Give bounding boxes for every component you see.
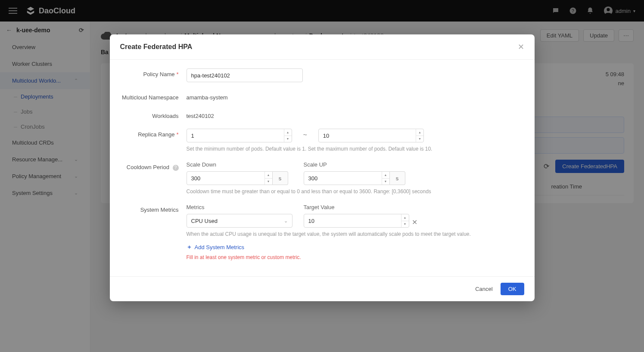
label-policy-name: Policy Name	[143, 71, 174, 77]
namespace-value: amamba-system	[187, 92, 523, 101]
helper-cooldown: Cooldown time must be greater than or eq…	[187, 188, 523, 195]
replica-min-spinner[interactable]: ▲▼	[284, 129, 292, 142]
label-system-metrics: System Metrics	[140, 207, 179, 213]
replica-max-input[interactable]	[318, 129, 424, 142]
helper-replica: Set the minimum number of pods. Default …	[187, 146, 523, 152]
target-value-spinner[interactable]: ▲▼	[401, 214, 409, 227]
range-tilde: ~	[301, 129, 310, 139]
sublabel-metrics: Metrics	[187, 204, 292, 210]
label-cooldown: Cooldown Period	[127, 164, 169, 170]
workloads-value: test240102	[187, 110, 523, 119]
sublabel-target-value: Target Value	[304, 204, 417, 210]
scale-down-spinner[interactable]: ▲▼	[264, 172, 272, 185]
plus-icon: ＋	[187, 243, 192, 251]
policy-name-input[interactable]	[187, 68, 303, 82]
modal-title: Create Federated HPA	[120, 43, 193, 51]
replica-min-input[interactable]	[187, 129, 292, 142]
close-icon[interactable]: ✕	[518, 42, 524, 52]
helper-metrics: When the actual CPU usage is unequal to …	[187, 231, 523, 237]
remove-metric-icon[interactable]: ✕	[412, 216, 417, 226]
scale-up-spinner[interactable]: ▲▼	[382, 172, 389, 185]
ok-button[interactable]: OK	[501, 283, 524, 295]
unit-seconds: s	[273, 171, 288, 185]
modal-overlay: Create Federated HPA ✕ Policy Name* Mult…	[0, 0, 644, 352]
label-namespace: Multicloud Namespace	[122, 94, 179, 101]
replica-max-spinner[interactable]: ▲▼	[416, 129, 423, 142]
sublabel-scale-down: Scale Down	[187, 161, 288, 168]
add-system-metrics-button[interactable]: ＋ Add System Metrics	[187, 243, 245, 251]
help-tooltip-icon[interactable]: ?	[173, 165, 179, 171]
unit-seconds: s	[390, 171, 405, 185]
target-value-input[interactable]	[304, 214, 409, 228]
metric-select-value: CPU Used	[191, 218, 218, 224]
label-replica-range: Replica Range	[138, 131, 174, 138]
metric-select[interactable]: CPU Used ⌄	[187, 214, 292, 228]
cancel-button[interactable]: Cancel	[475, 286, 492, 292]
scale-up-input[interactable]	[304, 171, 390, 185]
sublabel-scale-up: Scale UP	[304, 161, 405, 168]
chevron-down-icon: ⌄	[284, 218, 288, 224]
label-workloads: Workloads	[152, 113, 178, 119]
create-federated-hpa-modal: Create Federated HPA ✕ Policy Name* Mult…	[110, 34, 535, 301]
error-metrics: Fill in at least one system metric or cu…	[187, 254, 523, 260]
scale-down-input[interactable]	[187, 171, 273, 185]
